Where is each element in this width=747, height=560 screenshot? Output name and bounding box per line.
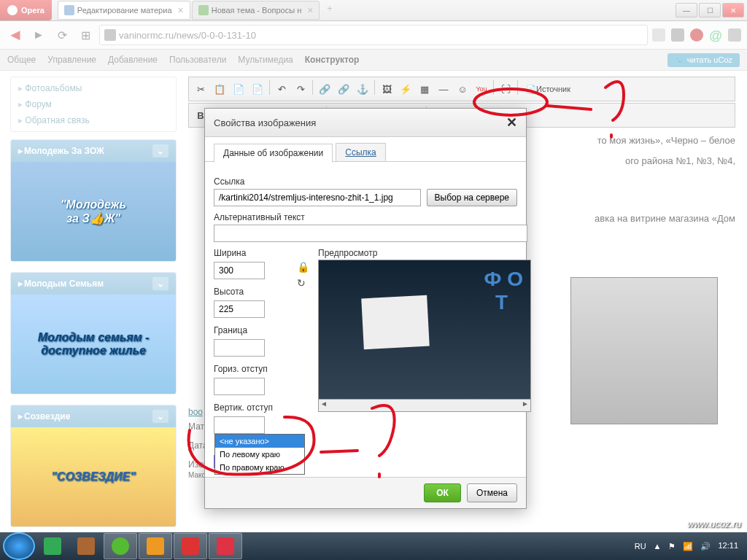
- youtube-icon[interactable]: You: [473, 80, 490, 98]
- table-icon[interactable]: ▦: [416, 80, 433, 98]
- twitter-button[interactable]: 🐦 читать uCoz: [667, 53, 740, 67]
- browse-server-button[interactable]: Выбор на сервере: [427, 189, 517, 206]
- height-input[interactable]: [214, 300, 265, 318]
- tray-volume-icon[interactable]: 🔊: [700, 542, 711, 551]
- window-titlebar: Opera Редактирование материа × Новая тем…: [0, 0, 747, 21]
- sidebar-header[interactable]: Молодежь За ЗОЖ⌄: [11, 140, 176, 162]
- redo-icon[interactable]: ↷: [292, 80, 309, 98]
- close-button[interactable]: ✕: [722, 3, 744, 18]
- tray-flag-icon[interactable]: ▲: [654, 542, 662, 551]
- tray-flag-icon[interactable]: ⚑: [668, 542, 676, 551]
- speed-dial-button[interactable]: ⊞: [76, 26, 95, 44]
- paste-text-icon[interactable]: 📄: [249, 80, 266, 98]
- unlink-icon[interactable]: 🔗: [335, 80, 352, 98]
- tab-inactive[interactable]: Новая тема - Вопросы н ×: [192, 1, 320, 20]
- reset-size-icon[interactable]: ↻: [297, 277, 309, 289]
- sidebar-banner[interactable]: "Молодежьза З👍Ж": [11, 162, 176, 261]
- sidebar-links: Фотоальбомы Форум Обратная связь: [10, 77, 177, 132]
- opera-menu-button[interactable]: Opera: [0, 0, 52, 20]
- dropdown-option-none[interactable]: <не указано>: [215, 435, 304, 448]
- alt-input[interactable]: [214, 225, 527, 242]
- admin-menu: Общее Управление Добавление Пользователи…: [0, 50, 747, 71]
- undo-icon[interactable]: ↶: [273, 80, 290, 98]
- chevron-down-icon[interactable]: ⌄: [152, 410, 169, 423]
- back-button[interactable]: ◄: [6, 26, 25, 44]
- mail-icon[interactable]: @: [709, 28, 722, 42]
- tray-clock[interactable]: 12:11: [718, 541, 738, 551]
- favicon-icon: [64, 5, 74, 15]
- tray-network-icon[interactable]: 📶: [683, 542, 693, 551]
- system-tray: RU ▲ ⚑ 📶 🔊 12:11: [635, 541, 744, 551]
- lock-ratio-icon[interactable]: 🔒: [297, 261, 309, 273]
- hspace-input[interactable]: [214, 378, 265, 395]
- tab-image-info[interactable]: Данные об изображении: [214, 144, 333, 163]
- forward-button[interactable]: ►: [29, 26, 48, 44]
- cut-icon[interactable]: ✂: [192, 80, 209, 98]
- taskbar-mail-icon[interactable]: [36, 534, 69, 559]
- sidebar-banner[interactable]: Молодым семьям -доступное жилье: [11, 295, 176, 394]
- site-icon: [104, 29, 116, 41]
- source-button[interactable]: 📄 Источник: [521, 80, 576, 98]
- url-label: Ссылка: [214, 176, 517, 187]
- anchor-icon[interactable]: ⚓: [354, 80, 371, 98]
- dialog-close-icon[interactable]: ✕: [506, 114, 517, 131]
- sidebar-header[interactable]: Молодым Семьям⌄: [11, 273, 176, 295]
- sidebar-link-forum[interactable]: Форум: [11, 96, 176, 112]
- menu-manage[interactable]: Управление: [47, 55, 96, 65]
- height-label: Высота: [214, 287, 288, 297]
- sidebar-box-family: Молодым Семьям⌄ Молодым семьям -доступно…: [10, 272, 177, 394]
- menu-users[interactable]: Пользователи: [169, 55, 226, 65]
- taskbar-utorrent-icon[interactable]: [104, 533, 137, 559]
- tab-close-icon[interactable]: ×: [178, 4, 184, 16]
- hr-icon[interactable]: —: [435, 80, 452, 98]
- new-tab-button[interactable]: +: [321, 1, 338, 20]
- dropdown-option-left[interactable]: По левому краю: [215, 448, 304, 461]
- sidebar-link-photo[interactable]: Фотоальбомы: [11, 80, 176, 96]
- link-boo[interactable]: boo: [188, 407, 203, 417]
- url-input[interactable]: [214, 189, 421, 206]
- tab-title: Редактирование материа: [77, 6, 172, 15]
- sidebar-link-feedback[interactable]: Обратная связь: [11, 112, 176, 128]
- ok-button[interactable]: ОК: [424, 483, 461, 502]
- sidebar-header[interactable]: Созвездие⌄: [11, 405, 176, 427]
- preview-image: Ф О Т: [318, 260, 531, 400]
- paste-icon[interactable]: 📄: [230, 80, 247, 98]
- reload-button[interactable]: ⟳: [53, 26, 71, 44]
- menu-multimedia[interactable]: Мультимедиа: [238, 55, 293, 65]
- image-icon[interactable]: 🖼: [378, 80, 395, 98]
- dialog-titlebar[interactable]: Свойства изображения ✕: [205, 109, 526, 137]
- menu-constructor[interactable]: Конструктор: [305, 55, 360, 65]
- zoom-icon[interactable]: [728, 28, 741, 42]
- extension-icon[interactable]: [652, 28, 665, 42]
- tab-active[interactable]: Редактирование материа ×: [58, 1, 190, 20]
- link-icon[interactable]: 🔗: [316, 80, 333, 98]
- flash-icon[interactable]: ⚡: [397, 80, 414, 98]
- maximize-button[interactable]: ☐: [699, 3, 721, 18]
- taskbar-app-icon[interactable]: [209, 533, 242, 559]
- chevron-down-icon[interactable]: ⌄: [152, 144, 169, 158]
- taskbar-app-icon[interactable]: [139, 533, 172, 559]
- taskbar-app-icon[interactable]: [70, 534, 102, 559]
- minimize-button[interactable]: —: [676, 3, 697, 18]
- sidebar-banner[interactable]: "СОЗВЕЗДИЕ": [11, 427, 176, 526]
- maximize-icon[interactable]: ⛶: [497, 80, 514, 98]
- adblock-icon[interactable]: [690, 28, 703, 42]
- bookmark-icon[interactable]: [671, 28, 684, 42]
- chevron-down-icon[interactable]: ⌄: [152, 277, 169, 290]
- smiley-icon[interactable]: ☺: [454, 80, 471, 98]
- tray-lang[interactable]: RU: [635, 542, 646, 551]
- copy-icon[interactable]: 📋: [211, 80, 228, 98]
- width-input[interactable]: [214, 262, 265, 279]
- preview-scrollbar[interactable]: [318, 400, 531, 412]
- menu-add[interactable]: Добавление: [108, 55, 158, 65]
- dropdown-option-right[interactable]: По правому краю: [215, 461, 304, 474]
- tab-close-icon[interactable]: ×: [307, 4, 313, 16]
- taskbar-opera-icon[interactable]: [174, 533, 207, 559]
- border-input[interactable]: [214, 339, 265, 357]
- tab-link[interactable]: Ссылка: [336, 143, 385, 162]
- address-bar[interactable]: vaninormc.ru/news/0-0-0-131-10: [99, 25, 648, 45]
- menu-general[interactable]: Общее: [7, 55, 36, 65]
- start-button[interactable]: [3, 532, 35, 560]
- vspace-input[interactable]: [214, 416, 265, 434]
- cancel-button[interactable]: Отмена: [467, 483, 517, 502]
